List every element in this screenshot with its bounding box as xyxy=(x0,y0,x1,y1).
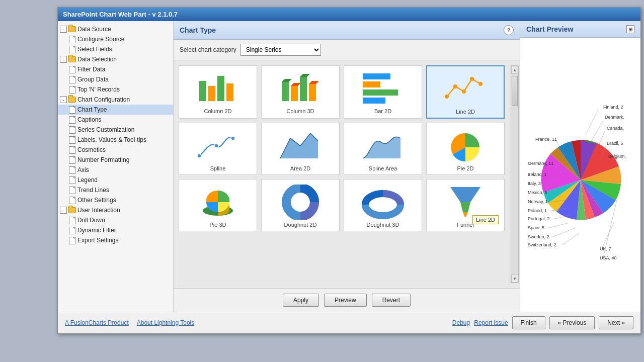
previous-button[interactable]: « Previous xyxy=(549,316,595,329)
sidebar-label-labels-values: Labels, Values & Tool-tips xyxy=(77,136,146,143)
chart-item-line2d[interactable]: Line 2D xyxy=(426,65,505,119)
expand-icon-data-source[interactable]: - xyxy=(60,26,67,33)
scroll-up-button[interactable]: ▲ xyxy=(511,66,518,74)
sidebar-item-captions[interactable]: Captions xyxy=(58,115,173,125)
chart-item-pie3d[interactable]: Pie 3D xyxy=(179,179,257,231)
sidebar-item-legend[interactable]: Legend xyxy=(58,175,173,185)
apply-button[interactable]: Apply xyxy=(283,294,319,307)
chart-item-column3d[interactable]: Column 3D xyxy=(261,65,340,119)
sidebar-item-number-formatting[interactable]: Number Formatting xyxy=(58,155,173,165)
chart-item-splinearea[interactable]: Spline Area xyxy=(344,123,422,175)
sidebar-item-other-settings[interactable]: Other Settings xyxy=(58,195,173,205)
chart-label-doughnut3d: Doughnut 3D xyxy=(367,222,399,228)
scroll-thumb[interactable] xyxy=(512,76,518,106)
chart-category-select[interactable]: Single Series Multi Series Scroll Charts… xyxy=(240,44,321,56)
sidebar-item-trend-lines[interactable]: Trend Lines xyxy=(58,185,173,195)
sidebar-item-cosmetics[interactable]: Cosmetics xyxy=(58,145,173,155)
svg-rect-3 xyxy=(226,83,233,101)
chart-item-area2d[interactable]: Area 2D xyxy=(261,123,340,175)
sidebar-item-select-fields[interactable]: Select Fields xyxy=(58,44,173,54)
sidebar-item-configure-source[interactable]: Configure Source xyxy=(58,34,173,44)
expand-icon-chart-config[interactable]: - xyxy=(60,96,67,103)
sidebar-item-data-selection[interactable]: - Data Selection xyxy=(58,54,173,64)
svg-text:Canada,: Canada, xyxy=(607,126,624,131)
page-icon-configure-source xyxy=(68,35,76,43)
sidebar-label-cosmetics: Cosmetics xyxy=(77,146,106,153)
sidebar-label-axis: Axis xyxy=(77,166,89,173)
sidebar-item-chart-configuration[interactable]: - Chart Configuration xyxy=(58,95,173,105)
sidebar-item-export-settings[interactable]: Export Settings xyxy=(58,235,173,245)
chart-label-column2d: Column 2D xyxy=(204,108,231,114)
sidebar-item-dynamic-filter[interactable]: Dynamic Filter xyxy=(58,225,173,235)
doughnut2d-thumb xyxy=(278,185,323,220)
chart-selector-label: Select chart category xyxy=(180,46,236,53)
dialog-body: - Data Source Configure Source xyxy=(58,21,640,312)
sidebar-label-chart-type: Chart Type xyxy=(77,106,107,113)
preview-button[interactable]: Preview xyxy=(324,294,367,307)
svg-text:Germany, 11: Germany, 11 xyxy=(528,161,553,166)
bottom-right-actions: Debug Report issue Finish « Previous Nex… xyxy=(452,316,633,329)
column2d-thumb xyxy=(195,71,240,106)
report-issue-link[interactable]: Report issue xyxy=(474,319,508,326)
next-button[interactable]: Next » xyxy=(599,316,633,329)
pie2d-thumb xyxy=(443,128,488,163)
sidebar-item-series-customization[interactable]: Series Customization xyxy=(58,125,173,135)
chart-item-bar2d[interactable]: Bar 2D xyxy=(344,65,422,119)
chart-item-doughnut2d[interactable]: Doughnut 2D xyxy=(261,179,340,231)
chart-item-pie2d[interactable]: Pie 2D xyxy=(426,123,505,175)
expand-icon-data-selection[interactable]: - xyxy=(60,56,67,63)
svg-line-34 xyxy=(586,110,598,135)
sidebar-item-user-interaction[interactable]: - User Interaction xyxy=(58,205,173,215)
page-icon-group-data xyxy=(68,75,76,83)
chart-label-bar2d: Bar 2D xyxy=(374,108,391,114)
sidebar-label-data-selection: Data Selection xyxy=(77,56,117,63)
sidebar-item-top-n-records[interactable]: Top 'N' Records xyxy=(58,84,173,95)
page-icon-axis xyxy=(68,166,76,174)
revert-button[interactable]: Revert xyxy=(372,294,411,307)
bar2d-thumb xyxy=(360,71,406,106)
sidebar-item-drill-down[interactable]: Drill Down xyxy=(58,215,173,225)
sidebar-item-axis[interactable]: Axis xyxy=(58,165,173,175)
about-lightning-tools-link[interactable]: About Lightning Tools xyxy=(137,319,195,326)
sidebar-item-data-source[interactable]: - Data Source xyxy=(58,24,173,34)
sidebar-label-chart-configuration: Chart Configuration xyxy=(77,96,130,103)
folder-icon-chart-config xyxy=(68,96,76,104)
sidebar-label-trend-lines: Trend Lines xyxy=(77,187,109,194)
preview-title: Chart Preview xyxy=(526,25,573,33)
fusion-charts-link[interactable]: A FusionCharts Product xyxy=(65,319,129,326)
svg-marker-31 xyxy=(460,202,470,212)
svg-text:Belgium,: Belgium, xyxy=(608,154,626,159)
chart-item-doughnut3d[interactable]: Doughnut 3D xyxy=(344,179,422,231)
scroll-down-button[interactable]: ▼ xyxy=(511,275,518,283)
chart-item-column2d[interactable]: Column 2D xyxy=(179,65,257,119)
chart-item-spline[interactable]: Spline xyxy=(179,123,257,175)
chart-item-funnel[interactable]: Funnel xyxy=(426,179,505,231)
page-icon-legend xyxy=(68,176,76,184)
chart-grid-scrollbar[interactable]: ▲ ▼ xyxy=(511,65,519,283)
chart-label-pie2d: Pie 2D xyxy=(457,165,473,171)
sidebar-item-labels-values-tooltips[interactable]: Labels, Values & Tool-tips xyxy=(58,135,173,145)
sidebar-item-group-data[interactable]: Group Data xyxy=(58,74,173,84)
page-icon-chart-type xyxy=(68,106,76,114)
svg-text:Denmark,: Denmark, xyxy=(605,115,624,120)
svg-text:Poland, 1: Poland, 1 xyxy=(528,208,547,213)
sidebar-item-chart-type[interactable]: Chart Type xyxy=(58,105,173,115)
dialog-window: SharePoint Chart Web Part - v 2.1.0.7 - … xyxy=(57,7,641,334)
debug-link[interactable]: Debug xyxy=(452,319,470,326)
svg-rect-10 xyxy=(309,84,316,101)
chart-grid-container: Column 2D xyxy=(174,60,520,288)
svg-point-27 xyxy=(294,196,306,208)
sidebar-label-top-n-records: Top 'N' Records xyxy=(77,86,120,93)
page-icon-labels-values xyxy=(68,136,76,144)
svg-rect-14 xyxy=(363,89,398,96)
line2d-thumb xyxy=(443,71,488,107)
sidebar-item-filter-data[interactable]: Filter Data xyxy=(58,64,173,74)
expand-icon-user-interaction[interactable]: - xyxy=(60,207,67,214)
sidebar-label-captions: Captions xyxy=(77,116,101,123)
page-icon-number-formatting xyxy=(68,156,76,164)
page-icon-select-fields xyxy=(68,45,76,53)
preview-expand-icon[interactable]: ⊞ xyxy=(626,25,634,33)
spline-thumb xyxy=(195,128,240,163)
finish-button[interactable]: Finish xyxy=(512,316,545,329)
help-button[interactable]: ? xyxy=(504,25,514,35)
